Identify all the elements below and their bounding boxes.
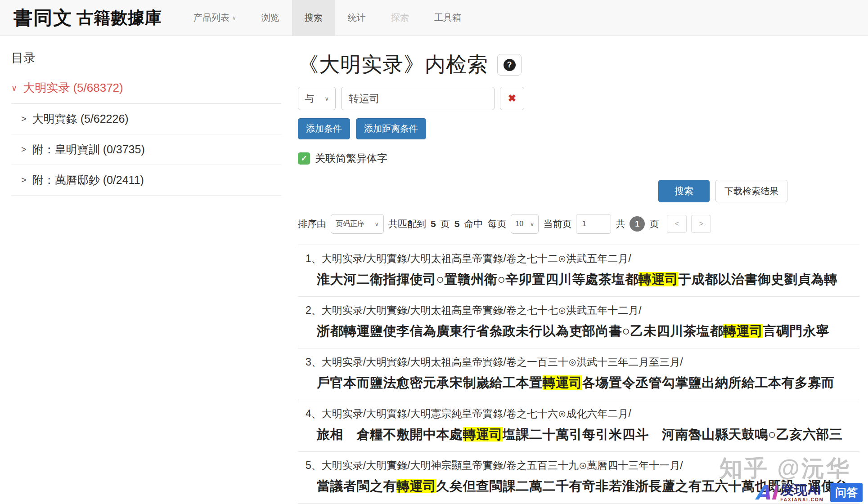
checkbox-label: 关联简繁异体字 [315,152,387,165]
remove-condition-button[interactable]: ✖ [500,87,524,110]
nav-item-browse[interactable]: 浏览 [249,0,292,36]
result-header: 5、大明实录/大明實錄/大明神宗顯皇帝實錄/卷之五百三十九⊙萬曆四十三年十一月/ [306,459,859,473]
question-mark-icon: ? [504,59,516,71]
site-logo[interactable]: 書同文 古籍數據庫 [0,0,181,36]
nav-item-search[interactable]: 搜索 [292,0,335,36]
red-x-icon: ✖ [508,93,516,104]
chevron-right-icon: > [21,175,27,185]
snippet-pre-text: 浙都轉運鹽使李信為廣東行省叅政未行以為吏部尚書○乙未四川茶塩都 [317,324,723,338]
catalog-tree: ∨大明实录 (5/68372)>大明實錄 (5/62226)>附：皇明寶訓 (0… [11,72,281,196]
page-title: 《大明实录》内检索 [298,51,488,79]
sort-order-value: 页码正序 [336,219,364,229]
catalog-item-daming-shilu-trad[interactable]: >大明實錄 (5/62226) [11,104,281,134]
current-page-input[interactable] [576,214,611,234]
help-button[interactable]: ? [497,54,522,76]
catalog-title: 目录 [11,50,281,66]
chevron-down-icon: ∨ [530,221,535,227]
result-header: 2、大明实录/大明實錄/大明太祖高皇帝實錄/卷之七十七⊙洪武五年十二月/ [306,303,859,317]
snippet-pre-text: 淮大河二衛指揮使司○置贛州衛○辛卯置四川等處茶塩都 [317,272,639,286]
search-input[interactable] [341,87,495,110]
ai-brand-name: 发现AI [780,483,821,497]
chevron-down-icon: ∨ [324,95,329,102]
highlight-match: 轉運司 [463,427,503,442]
highlight-match: 轉運司 [723,324,763,338]
result-snippet: 淮大河二衛指揮使司○置贛州衛○辛卯置四川等處茶塩都轉運司于成都以治書御史劉貞為轉 [306,271,859,289]
ai-name-column: 发现AI FAXIANAI.COM [780,483,824,502]
catalog-item-wanli-dichao[interactable]: >附：萬曆邸鈔 (0/2411) [11,165,281,196]
search-condition-row: 与 ∨ ✖ [298,87,860,110]
catalog-item-label: 大明实录 (5/68372) [23,80,123,96]
catalog-sidebar: 目录 ∨大明实录 (5/68372)>大明實錄 (5/62226)>附：皇明寶訓… [0,36,281,196]
checkbox-checked-icon[interactable]: ✓ [298,152,310,165]
top-navbar: 書同文 古籍數據庫 产品列表∨浏览搜索统计探索工具箱 [0,0,868,36]
snippet-pre-text: 當議者閩之有 [317,479,396,493]
operator-select[interactable]: 与 ∨ [298,87,336,110]
total-pages-prefix: 共 [616,218,625,230]
next-page-button[interactable]: > [691,215,711,233]
catalog-item-daming-shilu-root[interactable]: ∨大明实录 (5/68372) [11,72,281,104]
qa-badge: 问答 [830,483,863,502]
add-buttons-row: 添加条件 添加距离条件 [298,118,860,139]
match-hits-count: 5 [454,219,460,229]
chevron-right-icon: > [21,114,27,124]
snippet-post-text: 塩課二十萬引每引米四斗 河南魯山縣天鼓鳴○乙亥六部三 [503,427,843,442]
chevron-down-icon: ∨ [374,221,379,227]
faxian-ai-watermark: AI 发现AI FAXIANAI.COM 问答 [755,483,863,502]
sort-by-label: 排序由 [298,218,326,230]
result-snippet: 浙都轉運鹽使李信為廣東行省叅政未行以為吏部尚書○乙未四川茶塩都轉運司言碉門永寧 [306,322,859,340]
total-pages-badge: 1 [630,216,645,232]
snippet-pre-text: 戶官本而鹽法愈密元承宋制嵗給工本置 [317,375,543,390]
highlight-match: 轉運司 [639,272,679,286]
snippet-post-text: 言碉門永寧 [763,324,830,338]
result-item[interactable]: 4、大明实录/大明實錄/大明憲宗純皇帝實錄/卷之七十六⊙成化六年二月/旅相 倉糧… [298,400,859,452]
result-header: 4、大明实录/大明實錄/大明憲宗純皇帝實錄/卷之七十六⊙成化六年二月/ [306,407,859,421]
result-item[interactable]: 1、大明实录/大明實錄/大明太祖高皇帝實錄/卷之七十二⊙洪武五年二月/淮大河二衛… [298,245,859,297]
chevron-right-icon: > [21,144,27,155]
snippet-pre-text: 旅相 倉糧不敷開中本處 [317,427,463,442]
ai-domain-text: FAXIANAI.COM [780,497,824,502]
chevron-down-icon: ∨ [232,15,236,21]
nav-item-explore: 探索 [378,0,422,36]
download-results-button[interactable]: 下载检索结果 [715,180,787,202]
sort-pagination-bar: 排序由 页码正序 ∨ 共匹配到 5 页 5 命中 每页 10 ∨ 当前页 共 1… [298,214,860,234]
per-page-select[interactable]: 10 ∨ [511,214,539,234]
catalog-item-label: 附：萬曆邸鈔 (0/2411) [32,173,144,187]
add-condition-button[interactable]: 添加条件 [298,118,350,139]
nav-item-product-list[interactable]: 产品列表∨ [181,0,249,36]
nav-item-toolbox[interactable]: 工具箱 [422,0,474,36]
per-page-label: 每页 [487,218,506,230]
ai-gradient-logo-icon: AI [755,484,778,502]
catalog-item-label: 附：皇明寶訓 (0/3735) [32,142,145,157]
snippet-post-text: 各塲置令丞管勾掌鹽出納所給工本有多寡而 [582,375,835,390]
search-actions-row: 搜索 下载检索结果 [298,180,787,202]
snippet-post-text: 于成都以治書御史劉貞為轉 [678,272,837,286]
nav-item-label: 统计 [348,12,366,24]
variant-chars-checkbox-row[interactable]: ✓ 关联简繁异体字 [298,152,860,165]
search-button[interactable]: 搜索 [658,180,710,202]
catalog-item-huangming-baoxun[interactable]: >附：皇明寶訓 (0/3735) [11,134,281,165]
nav-item-label: 产品列表 [193,12,229,24]
chevron-down-icon: ∨ [11,83,17,93]
add-distance-condition-button[interactable]: 添加距离条件 [356,118,426,139]
faxian-ai-brand: AI 发现AI FAXIANAI.COM [755,483,824,502]
highlight-match: 轉運司 [543,375,583,390]
nav-menu: 产品列表∨浏览搜索统计探索工具箱 [181,0,474,36]
nav-item-statistics[interactable]: 统计 [335,0,378,36]
main-content: 《大明实录》内检索 ? 与 ∨ ✖ 添加条件 添加距离条件 ✓ 关联简繁异体字 … [298,36,860,504]
result-item[interactable]: 2、大明实录/大明實錄/大明太祖高皇帝實錄/卷之七十七⊙洪武五年十二月/浙都轉運… [298,297,859,348]
logo-calligraphy-mark: 書同文 [13,5,73,31]
nav-item-label: 搜索 [305,12,323,24]
prev-page-button[interactable]: < [667,215,687,233]
match-pages-count: 5 [431,219,436,229]
catalog-item-label: 大明實錄 (5/62226) [32,112,129,126]
result-item[interactable]: 3、大明实录/大明實錄/大明太祖高皇帝實錄/卷之一百三十⊙洪武十三年二月至三月/… [298,348,859,400]
result-snippet: 戶官本而鹽法愈密元承宋制嵗給工本置轉運司各塲置令丞管勾掌鹽出納所給工本有多寡而 [306,374,859,392]
sort-order-select[interactable]: 页码正序 ∨ [331,214,384,234]
match-text: 共匹配到 [388,218,426,230]
highlight-match: 轉運司 [396,479,436,493]
results-list: 1、大明实录/大明實錄/大明太祖高皇帝實錄/卷之七十二⊙洪武五年二月/淮大河二衛… [298,245,859,504]
result-header: 3、大明实录/大明實錄/大明太祖高皇帝實錄/卷之一百三十⊙洪武十三年二月至三月/ [306,355,859,369]
nav-item-label: 浏览 [261,12,279,24]
nav-item-label: 工具箱 [434,12,461,24]
current-page-label: 当前页 [543,218,571,230]
